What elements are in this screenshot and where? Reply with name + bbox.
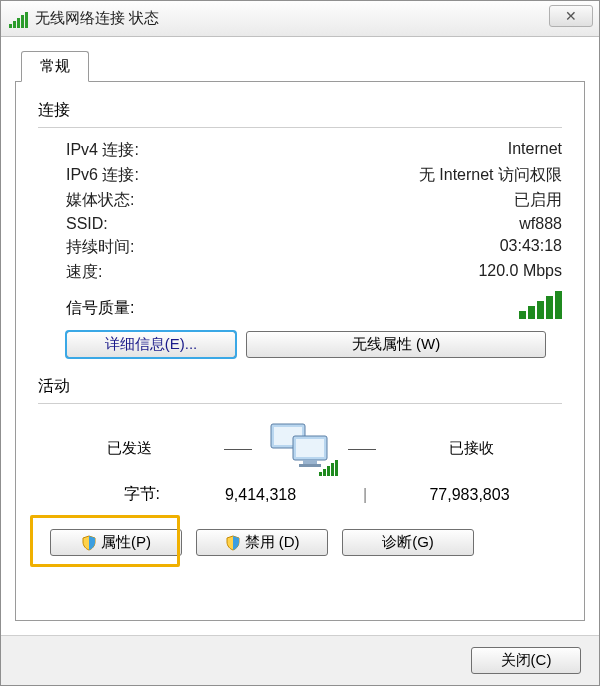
duration-value: 03:43:18 xyxy=(500,237,562,258)
svg-rect-3 xyxy=(296,439,324,457)
connection-buttons-row: 详细信息(E)... 无线属性 (W) xyxy=(38,331,562,358)
disable-button[interactable]: 禁用 (D) xyxy=(196,529,328,556)
wireless-properties-button[interactable]: 无线属性 (W) xyxy=(246,331,546,358)
close-button[interactable]: 关闭(C) xyxy=(471,647,581,674)
activity-monitors-icon xyxy=(256,418,344,478)
details-button-label: 详细信息(E)... xyxy=(105,335,198,354)
section-connection-title: 连接 xyxy=(38,100,562,121)
ssid-value: wf888 xyxy=(519,215,562,233)
ssid-label: SSID: xyxy=(66,215,108,233)
properties-button[interactable]: 属性(P) xyxy=(50,529,182,556)
tab-body-general: 连接 IPv4 连接: Internet IPv6 连接: 无 Internet… xyxy=(15,81,585,621)
row-media: 媒体状态: 已启用 xyxy=(38,188,562,213)
section-activity: 活动 已发送 —— xyxy=(38,376,562,505)
details-button[interactable]: 详细信息(E)... xyxy=(66,331,236,358)
client-area: 常规 连接 IPv4 连接: Internet IPv6 连接: 无 Inter… xyxy=(1,37,599,635)
signal-label: 信号质量: xyxy=(66,298,134,319)
diagnose-button-label: 诊断(G) xyxy=(382,533,434,552)
section-activity-title: 活动 xyxy=(38,376,562,397)
ipv6-value: 无 Internet 访问权限 xyxy=(419,165,562,186)
bytes-row: 字节: 9,414,318 | 77,983,803 xyxy=(38,478,562,505)
divider xyxy=(38,127,562,128)
titlebar: 无线网络连接 状态 ✕ xyxy=(1,1,599,37)
bytes-separator: | xyxy=(353,486,377,504)
signal-bars-icon xyxy=(519,291,562,319)
wifi-signal-icon xyxy=(9,10,29,28)
window-close-button[interactable]: ✕ xyxy=(549,5,593,27)
tab-general[interactable]: 常规 xyxy=(21,51,89,82)
svg-rect-5 xyxy=(299,464,321,467)
shield-icon xyxy=(225,535,241,551)
row-duration: 持续时间: 03:43:18 xyxy=(38,235,562,260)
shield-icon xyxy=(81,535,97,551)
dash-left: —— xyxy=(220,440,256,456)
action-buttons-row: 属性(P) 禁用 (D) 诊断(G) xyxy=(38,529,562,556)
activity-header-row: 已发送 —— xyxy=(38,414,562,478)
properties-button-label: 属性(P) xyxy=(101,533,151,552)
recv-bytes: 77,983,803 xyxy=(377,486,562,504)
row-ssid: SSID: wf888 xyxy=(38,213,562,235)
window-title: 无线网络连接 状态 xyxy=(35,9,159,28)
status-window: 无线网络连接 状态 ✕ 常规 连接 IPv4 连接: Internet IPv6… xyxy=(0,0,600,686)
speed-value: 120.0 Mbps xyxy=(478,262,562,283)
media-value: 已启用 xyxy=(514,190,562,211)
bytes-label: 字节: xyxy=(38,484,168,505)
media-label: 媒体状态: xyxy=(66,190,134,211)
row-signal: 信号质量: xyxy=(38,285,562,331)
ipv4-value: Internet xyxy=(508,140,562,161)
sent-bytes: 9,414,318 xyxy=(168,486,353,504)
ipv4-label: IPv4 连接: xyxy=(66,140,139,161)
duration-label: 持续时间: xyxy=(66,237,134,258)
row-ipv4: IPv4 连接: Internet xyxy=(38,138,562,163)
tab-header: 常规 xyxy=(21,51,89,82)
tab-control: 常规 连接 IPv4 连接: Internet IPv6 连接: 无 Inter… xyxy=(15,51,585,621)
mini-signal-icon xyxy=(319,460,338,476)
row-ipv6: IPv6 连接: 无 Internet 访问权限 xyxy=(38,163,562,188)
dash-right: —— xyxy=(344,440,380,456)
ipv6-label: IPv6 连接: xyxy=(66,165,139,186)
speed-label: 速度: xyxy=(66,262,102,283)
close-button-label: 关闭(C) xyxy=(501,651,552,670)
sent-label: 已发送 xyxy=(38,439,220,458)
recv-label: 已接收 xyxy=(380,439,562,458)
disable-button-label: 禁用 (D) xyxy=(245,533,300,552)
dialog-footer: 关闭(C) xyxy=(1,635,599,685)
row-speed: 速度: 120.0 Mbps xyxy=(38,260,562,285)
svg-rect-4 xyxy=(303,460,317,464)
divider xyxy=(38,403,562,404)
close-icon: ✕ xyxy=(565,8,577,24)
wireless-properties-button-label: 无线属性 (W) xyxy=(352,335,440,354)
diagnose-button[interactable]: 诊断(G) xyxy=(342,529,474,556)
